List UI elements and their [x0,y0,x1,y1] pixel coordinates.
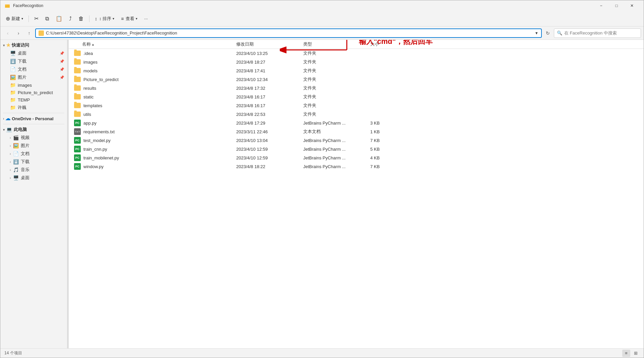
file-type: 文件夹 [303,76,370,82]
view-chevron-icon: ▾ [136,17,137,20]
minimize-button[interactable]: − [593,0,609,11]
file-size: 7 KB [370,164,410,169]
col-header-name[interactable]: 名称 ▴ [69,41,236,47]
file-date: 2023/4/10 13:25 [236,51,303,56]
grid-view-button[interactable]: ⊞ [632,350,640,357]
file-name-text: requirements.txt [83,129,115,134]
sidebar-item-downloads-pc[interactable]: › ⬇️ 下载 [0,158,67,166]
file-type: 文本文档 [303,129,370,135]
delete-button[interactable]: 🗑 [76,14,86,23]
sidebar-item-picture-to-predict-label: Picture_to_predict [18,90,53,95]
sidebar-item-pictures[interactable]: 🖼️ 图片 📌 [0,73,67,81]
cut-button[interactable]: ✂ [31,14,41,23]
music-icon: 🎵 [13,167,19,172]
file-type-icon [74,85,81,91]
sidebar-item-docs[interactable]: 📄 文档 📌 [0,65,67,73]
sidebar-item-music[interactable]: › 🎵 音乐 [0,166,67,174]
list-view-button[interactable]: ≡ [622,350,630,357]
file-date: 2023/4/8 17:29 [236,121,303,126]
addressbar-dropdown-icon[interactable]: ▾ [535,30,538,36]
sidebar-item-picture-to-predict[interactable]: 📁 Picture_to_predict [0,89,67,96]
addressbar[interactable]: ▾ [35,28,542,38]
sort-button[interactable]: ↕ ↕ 排序 ▾ [92,14,117,23]
table-row[interactable]: PC window.py 2023/4/8 18:22 JetBrains Py… [69,162,644,171]
paste-button[interactable]: 📋 [53,14,65,23]
file-type-icon: TXT [74,128,81,135]
file-type: 文件夹 [303,102,370,109]
file-date: 2023/3/11 22:46 [236,129,303,134]
content-wrapper: 输入"cmd"，然后回车 名称 ▴ 修改日期 类型 大小 [69,40,644,348]
new-button[interactable]: ⊕ 新建 ▾ [3,14,26,23]
sidebar-item-desktop-pc-label: 桌面 [21,175,29,181]
file-type-icon [74,76,81,83]
cut-icon: ✂ [34,15,39,22]
docs-pc-chevron-icon: › [10,152,11,156]
onedrive-cloud-icon: ☁ [5,116,10,122]
sidebar-item-docs-pc[interactable]: › 📄 文档 [0,150,67,158]
share-icon: ⤴ [69,16,72,22]
divider-1 [3,113,64,113]
more-button[interactable]: ··· [141,15,150,22]
file-type-icon [74,59,81,65]
search-icon: 🔍 [557,30,562,35]
sidebar-item-video[interactable]: › 🎬 视频 [0,134,67,142]
close-button[interactable]: ✕ [624,0,640,11]
table-row[interactable]: results 2023/4/8 17:32 文件夹 [69,84,644,92]
view-button[interactable]: ≡ 查看 ▾ [118,14,140,23]
table-row[interactable]: PC train_cnn.py 2023/4/10 12:59 JetBrain… [69,145,644,153]
file-name-text: static [83,94,93,99]
titlebar: FaceRecognition − □ ✕ [0,0,644,11]
this-pc-header[interactable]: ▾ 💻 此电脑 [0,126,67,134]
table-row[interactable]: Picture_to_predict 2023/4/10 12:34 文件夹 [69,75,644,84]
search-input[interactable] [564,30,638,35]
table-row[interactable]: PC test_model.py 2023/4/10 13:04 JetBrai… [69,136,644,145]
col-header-type[interactable]: 类型 [303,41,370,47]
sidebar-item-desktop-pc[interactable]: › 🖥️ 桌面 [0,174,67,182]
file-name: models [69,67,236,74]
sidebar-section-this-pc: ▾ 💻 此电脑 › 🎬 视频 › 🖼️ 图片 › 📄 文档 [0,126,67,182]
quick-access-header[interactable]: ▾ ★ 快速访问 [0,41,67,49]
folder-icon [74,85,81,91]
addressbar-folder-icon [39,30,44,36]
statusbar: 14 个项目 ≡ ⊞ [0,348,644,358]
maximize-button[interactable]: □ [609,0,624,11]
onedrive-header[interactable]: › ☁ OneDrive - Personal [0,115,67,123]
sidebar-item-temp[interactable]: 📁 TEMP [0,96,67,103]
table-row[interactable]: .idea 2023/4/10 13:25 文件夹 [69,49,644,58]
sidebar-item-xugui[interactable]: 📁 许巍 [0,103,67,112]
table-row[interactable]: TXT requirements.txt 2023/3/11 22:46 文本文… [69,127,644,136]
table-row[interactable]: PC train_mobilenet.py 2023/4/10 12:59 Je… [69,153,644,162]
quick-access-star-icon: ★ [6,42,10,48]
sidebar-item-downloads[interactable]: ⬇️ 下载 📌 [0,57,67,65]
forward-button[interactable]: › [14,28,23,38]
up-button[interactable]: ↑ [24,28,34,38]
file-type: 文件夹 [303,94,370,100]
pictures-icon: 🖼️ [10,75,16,80]
sidebar-section-quick-access: ▾ ★ 快速访问 🖥️ 桌面 📌 ⬇️ 下载 📌 📄 文档 📌 [0,41,67,112]
table-row[interactable]: static 2023/4/8 16:17 文件夹 [69,92,644,101]
table-row[interactable]: templates 2023/4/8 16:17 文件夹 [69,101,644,110]
table-row[interactable]: models 2023/4/8 17:41 文件夹 [69,66,644,75]
sidebar-item-pictures-pc[interactable]: › 🖼️ 图片 [0,142,67,150]
py-icon: PC [74,146,81,152]
sort-arrow-icon: ▴ [92,43,94,46]
col-header-date[interactable]: 修改日期 [236,41,303,47]
copy-button[interactable]: ⧉ [43,14,52,23]
col-header-size[interactable]: 大小 [370,41,410,47]
sidebar-item-desktop[interactable]: 🖥️ 桌面 📌 [0,49,67,57]
sidebar-item-images[interactable]: 📁 images [0,81,67,89]
share-button[interactable]: ⤴ [66,14,74,23]
back-button[interactable]: ‹ [3,28,12,38]
table-row[interactable]: PC app.py 2023/4/8 17:29 JetBrains PyCha… [69,119,644,127]
table-row[interactable]: images 2023/4/8 18:27 文件夹 [69,58,644,66]
toolbar: ⊕ 新建 ▾ ✂ ⧉ 📋 ⤴ 🗑 ↕ ↕ 排序 ▾ ≡ 查看 ▾ [0,11,644,26]
refresh-button[interactable]: ↻ [543,28,553,38]
file-type: JetBrains PyCharm ... [303,121,370,126]
py-icon: PC [74,163,81,170]
table-row[interactable]: utils 2023/4/8 22:53 文件夹 [69,110,644,119]
addressbar-input[interactable] [46,30,533,35]
file-name: results [69,85,236,91]
this-pc-chevron-icon: ▾ [3,128,5,132]
window-title: FaceRecognition [13,3,593,8]
file-name-text: Picture_to_predict [83,77,119,82]
